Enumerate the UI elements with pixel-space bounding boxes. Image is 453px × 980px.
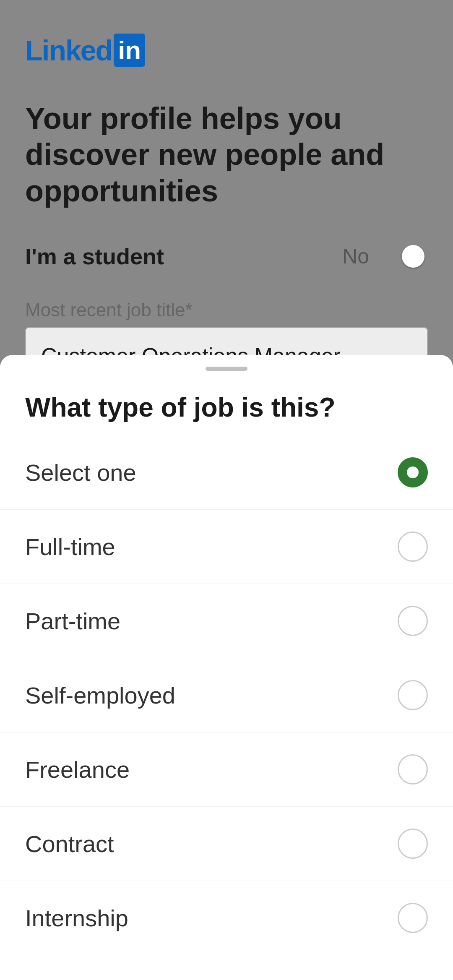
option-select-one[interactable]: Select one <box>0 435 453 510</box>
option-internship[interactable]: Internship <box>0 881 453 955</box>
sheet-handle <box>206 367 247 371</box>
option-self-employed[interactable]: Self-employed <box>0 658 453 732</box>
linkedin-wordmark: Linked <box>25 34 112 67</box>
linkedin-box: in <box>114 34 145 67</box>
linkedin-logo: Linked in <box>25 34 428 67</box>
option-part-time[interactable]: Part-time <box>0 584 453 658</box>
option-contract[interactable]: Contract <box>0 807 453 881</box>
radio-inner-select-one <box>407 467 419 478</box>
options-list: Select one Full-time Part-time Self-empl… <box>0 435 453 955</box>
student-label: I'm a student <box>25 243 164 269</box>
option-label-freelance: Freelance <box>25 756 130 783</box>
option-label-select-one: Select one <box>25 459 136 486</box>
option-label-internship: Internship <box>25 904 128 932</box>
option-label-contract: Contract <box>25 830 114 858</box>
bottom-sheet: What type of job is this? Select one Ful… <box>0 355 453 980</box>
radio-freelance <box>398 754 428 785</box>
toggle-thumb <box>402 245 424 268</box>
student-toggle[interactable] <box>378 242 428 270</box>
radio-internship <box>398 903 428 933</box>
profile-headline: Your profile helps you discover new peop… <box>25 100 428 209</box>
sheet-handle-row <box>0 355 453 375</box>
option-label-full-time: Full-time <box>25 533 115 560</box>
option-full-time[interactable]: Full-time <box>0 510 453 584</box>
option-label-part-time: Part-time <box>25 607 120 635</box>
student-row: I'm a student No <box>25 242 428 270</box>
toggle-area: No <box>342 242 428 270</box>
option-freelance[interactable]: Freelance <box>0 732 453 807</box>
sheet-title: What type of job is this? <box>0 375 453 435</box>
toggle-no-label: No <box>342 244 369 268</box>
radio-self-employed <box>398 680 428 710</box>
radio-select-one <box>398 457 428 487</box>
radio-contract <box>398 829 428 859</box>
job-title-label: Most recent job title* <box>25 300 428 321</box>
option-label-self-employed: Self-employed <box>25 682 175 709</box>
radio-full-time <box>398 532 428 562</box>
radio-part-time <box>398 606 428 636</box>
